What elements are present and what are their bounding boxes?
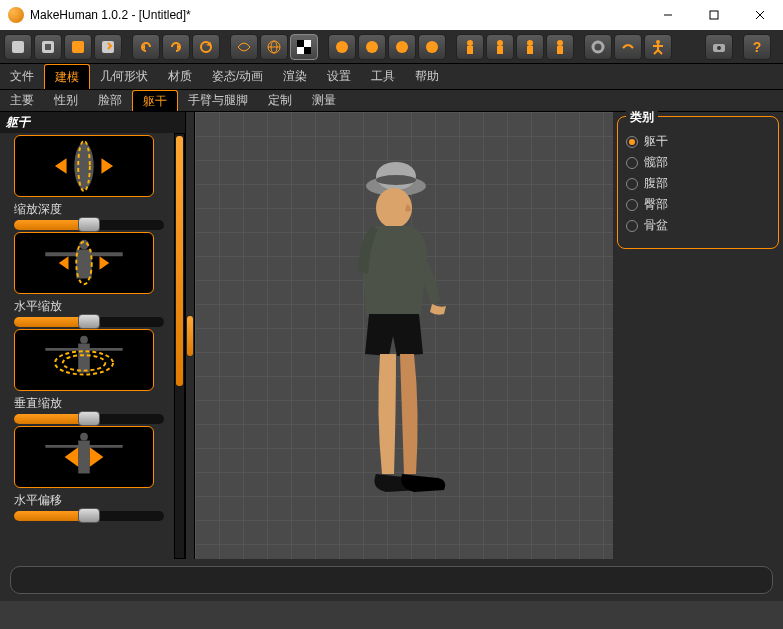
app-icon: [8, 7, 24, 23]
svg-rect-14: [304, 47, 311, 54]
menu-geometry[interactable]: 几何形状: [90, 64, 158, 89]
menu-help[interactable]: 帮助: [405, 64, 449, 89]
new-button[interactable]: [4, 34, 32, 60]
slider-track[interactable]: [14, 220, 164, 230]
svg-point-34: [717, 46, 721, 50]
scrollbar[interactable]: [174, 133, 185, 559]
help-icon[interactable]: ?: [743, 34, 771, 60]
svg-point-18: [426, 41, 438, 53]
save-button[interactable]: [64, 34, 92, 60]
status-input[interactable]: [10, 566, 773, 594]
subtab-limbs[interactable]: 手臂与腿脚: [178, 90, 258, 111]
slider-block: [0, 133, 173, 197]
pose-icon[interactable]: [644, 34, 672, 60]
gear-icon[interactable]: [584, 34, 612, 60]
radio-hip[interactable]: 髋部: [626, 154, 770, 171]
svg-point-48: [80, 433, 88, 441]
svg-point-19: [467, 40, 473, 46]
menu-material[interactable]: 材质: [158, 64, 202, 89]
svg-rect-6: [72, 41, 84, 53]
open-button[interactable]: [34, 34, 62, 60]
menu-tools[interactable]: 工具: [361, 64, 405, 89]
radio-butt[interactable]: 臀部: [626, 196, 770, 213]
category-box: 类别 躯干 髋部 腹部 臀部 骨盆: [617, 116, 779, 249]
menu-settings[interactable]: 设置: [317, 64, 361, 89]
svg-point-43: [80, 336, 88, 344]
subtab-torso[interactable]: 躯干: [132, 90, 178, 111]
undo-button[interactable]: [132, 34, 160, 60]
human-figure: [324, 146, 484, 526]
slider-track[interactable]: [14, 511, 164, 521]
menu-file[interactable]: 文件: [0, 64, 44, 89]
slider-track[interactable]: [14, 317, 164, 327]
window-title: MakeHuman 1.0.2 - [Untitled]*: [30, 8, 645, 22]
export-button[interactable]: [94, 34, 122, 60]
subtab-main[interactable]: 主要: [0, 90, 44, 111]
menu-modeling[interactable]: 建模: [44, 64, 90, 89]
body-front-icon[interactable]: [486, 34, 514, 60]
slider-thumb-icon[interactable]: [14, 329, 154, 391]
radio-torso[interactable]: 躯干: [626, 133, 770, 150]
minimize-button[interactable]: [645, 0, 691, 30]
subtab-gender[interactable]: 性别: [44, 90, 88, 111]
svg-point-27: [593, 42, 603, 52]
head-front-icon[interactable]: [358, 34, 386, 60]
refresh-button[interactable]: [192, 34, 220, 60]
svg-rect-13: [297, 40, 304, 47]
svg-rect-7: [102, 41, 114, 53]
subtab-face[interactable]: 脸部: [88, 90, 132, 111]
checker-button[interactable]: [290, 34, 318, 60]
svg-rect-22: [497, 46, 503, 54]
svg-rect-4: [12, 41, 24, 53]
svg-point-53: [376, 175, 416, 185]
svg-text:?: ?: [753, 39, 762, 55]
redo-button[interactable]: [162, 34, 190, 60]
head-back-icon[interactable]: [388, 34, 416, 60]
menu-render[interactable]: 渲染: [273, 64, 317, 89]
svg-rect-1: [710, 11, 718, 19]
panel-header: 躯干: [0, 112, 185, 133]
subtabs: 主要 性别 脸部 躯干 手臂与腿脚 定制 测量: [0, 90, 783, 112]
camera-icon[interactable]: [705, 34, 733, 60]
menu-pose[interactable]: 姿态/动画: [202, 64, 273, 89]
svg-rect-20: [467, 46, 473, 54]
body-left-icon[interactable]: [456, 34, 484, 60]
subtab-measure[interactable]: 测量: [302, 90, 346, 111]
subtab-custom[interactable]: 定制: [258, 90, 302, 111]
svg-point-25: [557, 40, 563, 46]
menubar: 文件 建模 几何形状 材质 姿态/动画 渲染 设置 工具 帮助: [0, 64, 783, 90]
slider-block: 缩放深度: [0, 197, 173, 294]
right-panel: 类别 躯干 髋部 腹部 臀部 骨盆: [613, 112, 783, 559]
hands-icon[interactable]: [614, 34, 642, 60]
category-title: 类别: [626, 109, 658, 126]
svg-line-32: [658, 50, 662, 54]
slider-block: 水平缩放: [0, 294, 173, 391]
viewport[interactable]: [195, 112, 613, 559]
statusbar: [0, 559, 783, 601]
radio-belly[interactable]: 腹部: [626, 175, 770, 192]
svg-point-17: [396, 41, 408, 53]
maximize-button[interactable]: [691, 0, 737, 30]
slider-track[interactable]: [14, 414, 164, 424]
svg-point-28: [656, 40, 660, 44]
svg-rect-26: [557, 46, 563, 54]
body-back-icon[interactable]: [516, 34, 544, 60]
splitter[interactable]: [185, 112, 195, 559]
head-left-icon[interactable]: [328, 34, 356, 60]
slider-thumb-icon[interactable]: [14, 232, 154, 294]
slider-thumb-icon[interactable]: [14, 135, 154, 197]
globe-button[interactable]: [260, 34, 288, 60]
content: 躯干 缩放深度: [0, 112, 783, 559]
slider-thumb-icon[interactable]: [14, 426, 154, 488]
close-button[interactable]: [737, 0, 783, 30]
left-panel: 躯干 缩放深度: [0, 112, 185, 559]
head-right-icon[interactable]: [418, 34, 446, 60]
wireframe-button[interactable]: [230, 34, 258, 60]
svg-rect-24: [527, 46, 533, 54]
radio-pelvis[interactable]: 骨盆: [626, 217, 770, 234]
svg-point-16: [366, 41, 378, 53]
svg-point-15: [336, 41, 348, 53]
svg-rect-39: [76, 249, 91, 278]
body-right-icon[interactable]: [546, 34, 574, 60]
svg-point-23: [527, 40, 533, 46]
